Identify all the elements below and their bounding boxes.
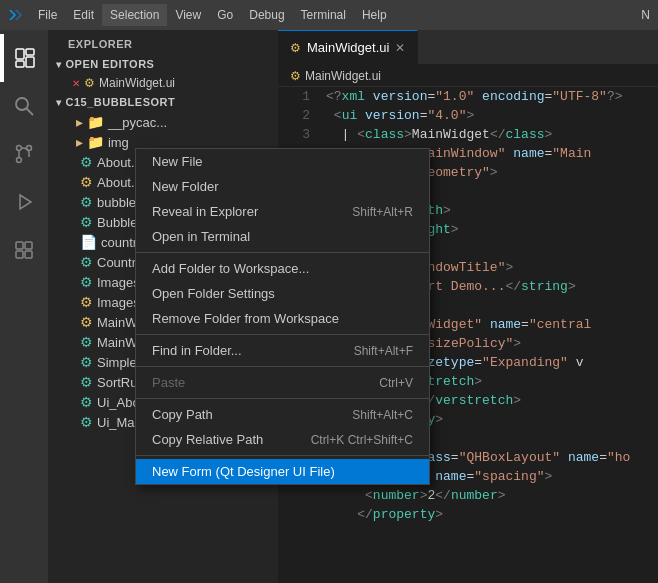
svg-rect-13 bbox=[25, 251, 32, 258]
ctx-paste[interactable]: Paste Ctrl+V bbox=[136, 370, 429, 395]
file-py-icon-images: ⚙ bbox=[80, 274, 93, 290]
file-py-icon-simple: ⚙ bbox=[80, 354, 93, 370]
svg-line-5 bbox=[27, 109, 34, 116]
folder-icon: ▸ 📁 bbox=[76, 114, 104, 130]
svg-marker-9 bbox=[20, 195, 31, 209]
tree-item-pycache[interactable]: ▸ 📁 __pycac... bbox=[48, 112, 278, 132]
ctx-add-folder-label: Add Folder to Workspace... bbox=[152, 261, 309, 276]
svg-rect-1 bbox=[26, 49, 34, 55]
menu-help[interactable]: Help bbox=[354, 4, 395, 26]
title-bar-right: N bbox=[641, 8, 650, 22]
close-icon[interactable]: ✕ bbox=[72, 78, 80, 89]
activity-explorer[interactable] bbox=[0, 34, 48, 82]
menu-selection[interactable]: Selection bbox=[102, 4, 167, 26]
ctx-copy-relative-path-label: Copy Relative Path bbox=[152, 432, 263, 447]
breadcrumb-icon: ⚙ bbox=[290, 69, 301, 83]
file-py-icon-ui-abo: ⚙ bbox=[80, 394, 93, 410]
ctx-new-folder-label: New Folder bbox=[152, 179, 218, 194]
ctx-add-folder[interactable]: Add Folder to Workspace... bbox=[136, 256, 429, 281]
breadcrumb: ⚙ MainWidget.ui bbox=[278, 65, 658, 87]
svg-rect-11 bbox=[25, 242, 32, 249]
activity-debug[interactable] bbox=[0, 178, 48, 226]
ctx-copy-path[interactable]: Copy Path Shift+Alt+C bbox=[136, 402, 429, 427]
svg-rect-3 bbox=[16, 61, 24, 67]
ctx-new-file-label: New File bbox=[152, 154, 203, 169]
chevron-down-icon: ▾ bbox=[56, 59, 62, 70]
activity-source-control[interactable] bbox=[0, 130, 48, 178]
ctx-find-in-folder-shortcut: Shift+Alt+F bbox=[354, 344, 413, 358]
section-open-editors[interactable]: ▾ OPEN EDITORS bbox=[48, 54, 278, 74]
menu-debug[interactable]: Debug bbox=[241, 4, 292, 26]
ctx-reveal-explorer-shortcut: Shift+Alt+R bbox=[352, 205, 413, 219]
section-open-editors-label: OPEN EDITORS bbox=[66, 58, 155, 70]
ctx-new-file[interactable]: New File bbox=[136, 149, 429, 174]
section-project[interactable]: ▾ C15_BUBBLESORT bbox=[48, 92, 278, 112]
ctx-new-form-label: New Form (Qt Designer UI File) bbox=[152, 464, 335, 479]
ctx-open-terminal-label: Open in Terminal bbox=[152, 229, 250, 244]
tab-file-icon: ⚙ bbox=[290, 41, 301, 55]
file-py-icon: ⚙ bbox=[80, 154, 93, 170]
ctx-copy-relative-path[interactable]: Copy Relative Path Ctrl+K Ctrl+Shift+C bbox=[136, 427, 429, 452]
tab-label: MainWidget.ui bbox=[307, 40, 389, 55]
file-py-icon-ui-mai: ⚙ bbox=[80, 414, 93, 430]
file-py-icon-Bubble: ⚙ bbox=[80, 214, 93, 230]
ctx-find-in-folder[interactable]: Find in Folder... Shift+Alt+F bbox=[136, 338, 429, 363]
ctx-separator-5 bbox=[136, 455, 429, 456]
ctx-copy-relative-path-shortcut: Ctrl+K Ctrl+Shift+C bbox=[311, 433, 413, 447]
file-ui-icon-images: ⚙ bbox=[80, 294, 93, 310]
ctx-copy-path-shortcut: Shift+Alt+C bbox=[352, 408, 413, 422]
activity-search[interactable] bbox=[0, 82, 48, 130]
activity-extensions[interactable] bbox=[0, 226, 48, 274]
menu-go[interactable]: Go bbox=[209, 4, 241, 26]
open-editor-mainwidget[interactable]: ✕ ⚙ MainWidget.ui bbox=[48, 74, 278, 92]
ctx-open-terminal[interactable]: Open in Terminal bbox=[136, 224, 429, 249]
title-bar: File Edit Selection View Go Debug Termin… bbox=[0, 0, 658, 30]
section-project-label: C15_BUBBLESORT bbox=[66, 96, 176, 108]
file-py-icon-bubble: ⚙ bbox=[80, 194, 93, 210]
ctx-remove-folder-label: Remove Folder from Workspace bbox=[152, 311, 339, 326]
tab-mainwidget[interactable]: ⚙ MainWidget.ui ✕ bbox=[278, 30, 418, 64]
tab-close-button[interactable]: ✕ bbox=[395, 41, 405, 55]
open-editor-filename: MainWidget.ui bbox=[99, 76, 175, 90]
file-ui-icon-mainw: ⚙ bbox=[80, 314, 93, 330]
menu-file[interactable]: File bbox=[30, 4, 65, 26]
ctx-find-in-folder-label: Find in Folder... bbox=[152, 343, 242, 358]
file-py-icon-Countri: ⚙ bbox=[80, 254, 93, 270]
svg-rect-2 bbox=[26, 57, 34, 67]
ctx-open-folder-settings-label: Open Folder Settings bbox=[152, 286, 275, 301]
svg-rect-0 bbox=[16, 49, 24, 59]
ctx-reveal-explorer-label: Reveal in Explorer bbox=[152, 204, 258, 219]
ctx-paste-label: Paste bbox=[152, 375, 185, 390]
ctx-new-folder[interactable]: New Folder bbox=[136, 174, 429, 199]
file-icon-countri: 📄 bbox=[80, 234, 97, 250]
menu-bar: File Edit Selection View Go Debug Termin… bbox=[30, 4, 395, 26]
svg-point-6 bbox=[17, 146, 22, 151]
svg-rect-12 bbox=[16, 251, 23, 258]
ctx-separator-1 bbox=[136, 252, 429, 253]
ctx-new-form[interactable]: New Form (Qt Designer UI File) bbox=[136, 459, 429, 484]
file-ui-icon: ⚙ bbox=[84, 76, 95, 90]
ctx-separator-3 bbox=[136, 366, 429, 367]
file-py-icon-mainw: ⚙ bbox=[80, 334, 93, 350]
svg-rect-10 bbox=[16, 242, 23, 249]
activity-bar bbox=[0, 30, 48, 583]
folder-icon-img: ▸ 📁 bbox=[76, 134, 104, 150]
file-py-icon-sortru: ⚙ bbox=[80, 374, 93, 390]
tab-bar: ⚙ MainWidget.ui ✕ bbox=[278, 30, 658, 65]
ctx-paste-shortcut: Ctrl+V bbox=[379, 376, 413, 390]
ctx-remove-folder[interactable]: Remove Folder from Workspace bbox=[136, 306, 429, 331]
context-menu: New File New Folder Reveal in Explorer S… bbox=[135, 148, 430, 485]
tree-item-label-img: img bbox=[108, 135, 129, 150]
breadcrumb-filename: MainWidget.ui bbox=[305, 69, 381, 83]
ctx-open-folder-settings[interactable]: Open Folder Settings bbox=[136, 281, 429, 306]
menu-edit[interactable]: Edit bbox=[65, 4, 102, 26]
menu-terminal[interactable]: Terminal bbox=[293, 4, 354, 26]
menu-view[interactable]: View bbox=[167, 4, 209, 26]
file-ui-icon-about: ⚙ bbox=[80, 174, 93, 190]
app-icon bbox=[8, 7, 24, 23]
svg-point-8 bbox=[17, 158, 22, 163]
ctx-separator-4 bbox=[136, 398, 429, 399]
svg-point-4 bbox=[16, 98, 28, 110]
ctx-reveal-explorer[interactable]: Reveal in Explorer Shift+Alt+R bbox=[136, 199, 429, 224]
ctx-copy-path-label: Copy Path bbox=[152, 407, 213, 422]
